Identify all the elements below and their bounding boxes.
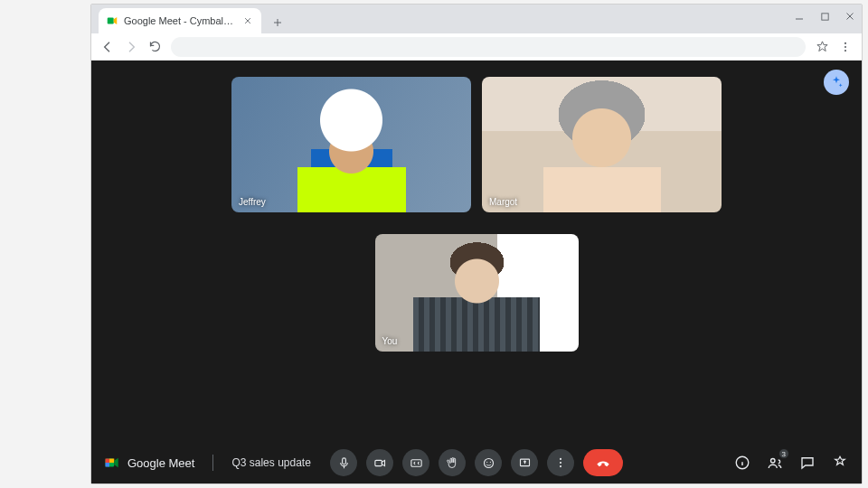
meet-favicon	[106, 14, 118, 27]
video-grid: Jeffrey Margot You	[91, 77, 862, 352]
svg-point-12	[486, 461, 487, 462]
address-bar-row	[91, 33, 862, 61]
participant-label: Margot	[489, 197, 517, 207]
reactions-button[interactable]	[475, 449, 502, 476]
participant-label: You	[382, 336, 398, 346]
activities-button[interactable]	[831, 454, 849, 472]
svg-rect-1	[821, 13, 827, 19]
window-controls	[793, 10, 856, 23]
raise-hand-button[interactable]	[439, 449, 466, 476]
meet-viewport: Jeffrey Margot You Google Meet Q3 sales …	[91, 61, 862, 483]
window-close-icon[interactable]	[844, 10, 856, 23]
meeting-name: Q3 sales update	[231, 456, 310, 469]
close-icon[interactable]	[241, 14, 254, 27]
svg-point-19	[771, 459, 776, 464]
svg-point-4	[844, 50, 846, 52]
svg-rect-7	[109, 459, 114, 464]
svg-point-15	[560, 458, 561, 460]
browser-tab[interactable]: Google Meet - Cymbal intro	[99, 8, 261, 33]
brand-text: Google Meet	[127, 456, 194, 470]
people-count-badge: 3	[778, 448, 789, 459]
svg-point-11	[484, 458, 493, 467]
svg-point-17	[560, 465, 561, 467]
svg-rect-8	[106, 463, 110, 467]
new-tab-button[interactable]	[267, 12, 288, 33]
browser-menu-icon[interactable]	[838, 40, 853, 54]
reload-icon[interactable]	[147, 40, 162, 54]
svg-point-16	[560, 462, 561, 464]
browser-window: Google Meet - Cymbal intro Jeffrey	[90, 4, 863, 484]
hangup-button[interactable]	[583, 449, 623, 476]
bookmark-star-icon[interactable]	[815, 40, 829, 54]
participant-label: Jeffrey	[239, 197, 266, 207]
info-button[interactable]	[733, 454, 751, 472]
address-bar[interactable]	[171, 37, 806, 57]
svg-rect-6	[106, 459, 110, 464]
forward-icon[interactable]	[124, 40, 138, 54]
mic-button[interactable]	[330, 449, 357, 476]
tab-title: Google Meet - Cymbal intro	[124, 15, 236, 26]
maximize-icon[interactable]	[818, 10, 831, 23]
present-button[interactable]	[511, 449, 538, 476]
call-controls	[330, 449, 623, 476]
svg-rect-0	[108, 18, 114, 24]
svg-rect-9	[374, 460, 382, 465]
minimize-icon[interactable]	[793, 10, 806, 23]
participant-tile[interactable]: Margot	[482, 77, 722, 212]
svg-point-2	[844, 42, 846, 43]
right-panel-controls: 3	[733, 454, 849, 472]
captions-button[interactable]	[402, 449, 429, 476]
svg-point-13	[489, 461, 490, 462]
svg-rect-10	[410, 459, 420, 466]
divider	[212, 455, 213, 471]
more-options-button[interactable]	[547, 449, 574, 476]
back-icon[interactable]	[100, 40, 115, 54]
people-button[interactable]: 3	[766, 454, 784, 472]
participant-tile[interactable]: Jeffrey	[231, 77, 471, 212]
chat-button[interactable]	[798, 454, 816, 472]
meet-logo-icon	[104, 455, 120, 471]
camera-button[interactable]	[366, 449, 393, 476]
tab-strip: Google Meet - Cymbal intro	[91, 5, 862, 33]
meet-brand: Google Meet Q3 sales update	[104, 455, 311, 471]
bottom-bar: Google Meet Q3 sales update 3	[91, 442, 862, 483]
svg-point-3	[844, 45, 846, 47]
self-tile[interactable]: You	[375, 234, 579, 352]
